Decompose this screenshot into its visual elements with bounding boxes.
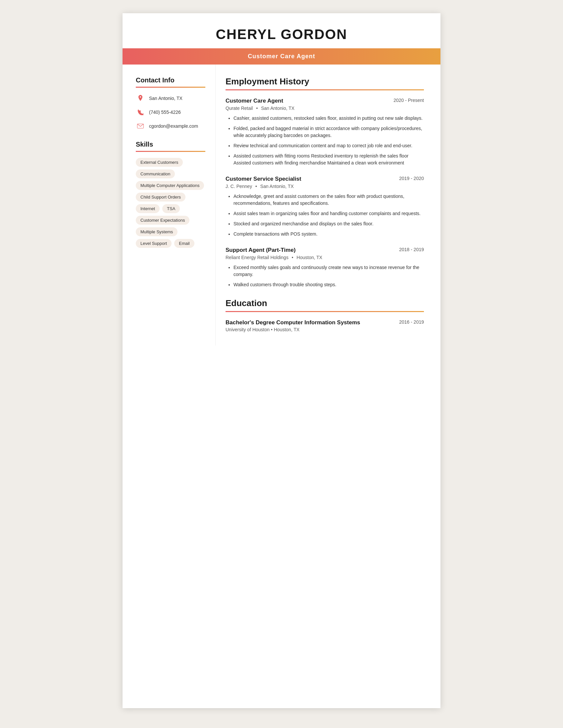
job-bullet: Cashier, assisted customers, restocked s… — [233, 115, 424, 122]
job-bullet: Assist sales team in organizing sales fl… — [233, 210, 424, 217]
candidate-title: Customer Care Agent — [248, 53, 315, 60]
title-bar: Customer Care Agent — [122, 48, 441, 65]
job-bullet: Complete transactions with POS system. — [233, 231, 424, 238]
job-bullets: Acknowledge, greet and assist customers … — [225, 193, 424, 238]
skill-tag: External Customers — [136, 158, 183, 167]
job-company: Qurate Retail • San Antonio, TX — [225, 106, 424, 111]
main-content: Employment History Customer Care Agent20… — [215, 65, 441, 345]
job-company: J. C. Penney • San Antonio, TX — [225, 184, 424, 189]
location-icon — [136, 94, 145, 103]
skill-tag: Email — [174, 239, 194, 248]
jobs-container: Customer Care Agent2020 - PresentQurate … — [225, 98, 424, 288]
job-entry: Customer Service Specialist2019 - 2020J.… — [225, 176, 424, 238]
job-header: Customer Care Agent2020 - Present — [225, 98, 424, 104]
job-title: Support Agent (Part-Time) — [225, 247, 296, 253]
location-text: San Antonio, TX — [149, 96, 182, 101]
job-dates: 2019 - 2020 — [399, 176, 424, 181]
job-bullet: Walked customers through trouble shootin… — [233, 281, 424, 288]
email-text: cgordon@example.com — [149, 123, 198, 129]
job-header: Support Agent (Part-Time)2018 - 2019 — [225, 247, 424, 253]
job-bullets: Exceed monthly sales goals and continuou… — [225, 264, 424, 288]
education-container: Bachelor's Degree Computer Information S… — [225, 319, 424, 332]
resume-header: CHERYL GORDON — [122, 13, 441, 42]
resume-body: Contact Info San Antonio, TX — [122, 65, 441, 345]
job-bullet: Review technical and communication conte… — [233, 142, 424, 149]
job-bullet: Acknowledge, greet and assist customers … — [233, 193, 424, 207]
edu-school: University of Houston • Houston, TX — [225, 327, 424, 332]
skill-tag: Communication — [136, 169, 175, 178]
phone-icon — [136, 108, 145, 117]
phone-text: (740) 555-4226 — [149, 110, 181, 115]
skill-tag: Customer Expectations — [136, 216, 189, 225]
job-title: Customer Service Specialist — [225, 176, 302, 182]
job-entry: Customer Care Agent2020 - PresentQurate … — [225, 98, 424, 166]
job-header: Customer Service Specialist2019 - 2020 — [225, 176, 424, 182]
job-bullets: Cashier, assisted customers, restocked s… — [225, 115, 424, 166]
job-dates: 2020 - Present — [394, 98, 424, 103]
contact-divider — [136, 87, 205, 88]
job-company: Reliant Energy Retail Holdings • Houston… — [225, 255, 424, 260]
skills-divider — [136, 151, 205, 152]
job-bullet: Assisted customers with fitting rooms Re… — [233, 153, 424, 166]
education-section-title: Education — [225, 298, 424, 308]
email-icon — [136, 121, 145, 131]
candidate-name: CHERYL GORDON — [142, 26, 421, 42]
edu-degree: Bachelor's Degree Computer Information S… — [225, 319, 360, 326]
education-divider — [225, 311, 424, 312]
job-bullet: Exceed monthly sales goals and continuou… — [233, 264, 424, 278]
education-section: Education Bachelor's Degree Computer Inf… — [225, 298, 424, 332]
skill-tag: Internet — [136, 204, 160, 213]
edu-dates: 2016 - 2019 — [399, 319, 424, 325]
skill-tag: Child Support Orders — [136, 193, 185, 202]
sidebar: Contact Info San Antonio, TX — [122, 65, 215, 345]
skill-tag: Level Support — [136, 239, 171, 248]
edu-header: Bachelor's Degree Computer Information S… — [225, 319, 424, 326]
job-bullet: Folded, packed and bagged material in st… — [233, 125, 424, 139]
employment-section: Employment History Customer Care Agent20… — [225, 76, 424, 288]
contact-phone: (740) 555-4226 — [136, 108, 205, 117]
contact-section-title: Contact Info — [136, 76, 205, 84]
job-title: Customer Care Agent — [225, 98, 283, 104]
job-entry: Support Agent (Part-Time)2018 - 2019Reli… — [225, 247, 424, 288]
skill-tag: Multiple Computer Applications — [136, 181, 204, 190]
skills-section: Skills External CustomersCommunicationMu… — [136, 141, 205, 248]
employment-divider — [225, 89, 424, 90]
skill-tags-container: External CustomersCommunicationMultiple … — [136, 158, 205, 248]
contact-email: cgordon@example.com — [136, 121, 205, 131]
employment-section-title: Employment History — [225, 76, 424, 87]
job-bullet: Stocked and organized merchandise and di… — [233, 220, 424, 227]
contact-location: San Antonio, TX — [136, 94, 205, 103]
contact-section: Contact Info San Antonio, TX — [136, 76, 205, 131]
job-dates: 2018 - 2019 — [399, 247, 424, 252]
skill-tag: TSA — [162, 204, 180, 213]
skill-tag: Multiple Systems — [136, 227, 177, 236]
resume-document: CHERYL GORDON Customer Care Agent Contac… — [122, 13, 441, 708]
education-entry: Bachelor's Degree Computer Information S… — [225, 319, 424, 332]
skills-section-title: Skills — [136, 141, 205, 148]
